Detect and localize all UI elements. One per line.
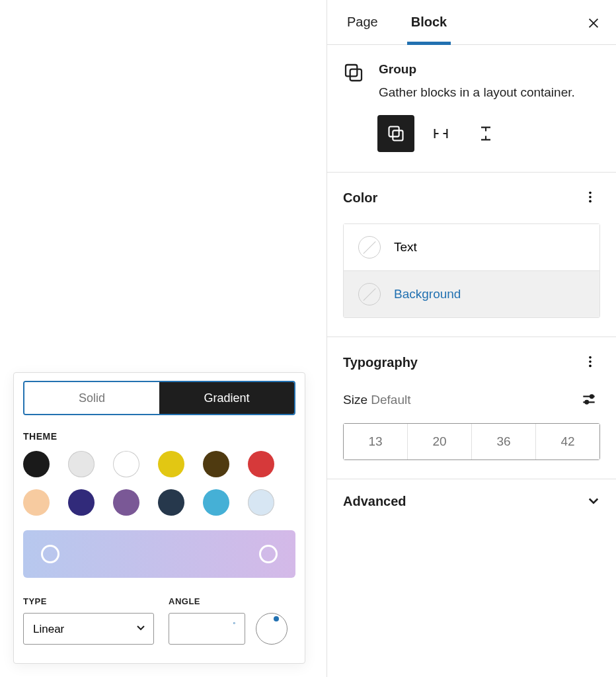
color-background-label: Background (394, 287, 461, 301)
tab-block[interactable]: Block (407, 0, 451, 45)
svg-rect-1 (350, 69, 362, 81)
color-background-button[interactable]: Background (344, 270, 599, 317)
gradient-stop-end[interactable] (259, 545, 278, 563)
kebab-icon (583, 190, 597, 204)
size-custom-toggle[interactable] (578, 388, 600, 413)
theme-swatch[interactable] (248, 489, 274, 516)
theme-label: THEME (23, 431, 295, 442)
theme-swatch[interactable] (23, 451, 50, 477)
empty-swatch-icon (358, 236, 381, 259)
gradient-stop-start[interactable] (41, 545, 59, 563)
group-block-icon (343, 62, 367, 102)
block-description: Gather blocks in a layout container. (379, 83, 575, 102)
gradient-bar[interactable] (23, 530, 295, 578)
theme-swatch[interactable] (68, 451, 95, 477)
svg-point-5 (589, 196, 592, 198)
advanced-title: Advanced (343, 494, 406, 509)
font-size-presets: 13203642 (343, 423, 600, 460)
theme-swatch[interactable] (158, 451, 184, 477)
angle-label: ANGLE (169, 596, 288, 606)
color-text-label: Text (394, 240, 417, 255)
size-label: Size (343, 393, 367, 407)
angle-input[interactable] (169, 614, 245, 644)
variation-row[interactable] (422, 115, 459, 152)
angle-dial-handle (274, 616, 279, 621)
svg-rect-0 (346, 65, 357, 76)
font-size-preset[interactable]: 20 (407, 424, 471, 459)
theme-swatch[interactable] (23, 489, 50, 516)
font-size-preset[interactable]: 42 (535, 424, 599, 459)
empty-swatch-icon (358, 283, 381, 305)
svg-point-4 (589, 191, 592, 194)
svg-point-7 (589, 356, 592, 358)
color-text-button[interactable]: Text (344, 224, 599, 270)
color-panel-title: Color (343, 190, 377, 206)
svg-point-10 (590, 395, 594, 398)
variation-group[interactable] (377, 115, 414, 152)
kebab-icon (583, 354, 597, 369)
angle-input-wrap (169, 613, 245, 645)
angle-dial[interactable] (256, 613, 288, 645)
typography-panel-title: Typography (343, 355, 418, 370)
sliders-icon (580, 391, 597, 408)
variation-stack[interactable] (467, 115, 504, 152)
size-value: Default (371, 393, 410, 407)
theme-swatch[interactable] (158, 489, 184, 516)
svg-rect-3 (393, 130, 403, 140)
row-icon (432, 124, 450, 143)
solid-toggle[interactable]: Solid (24, 382, 159, 414)
color-panel-menu-button[interactable] (580, 187, 600, 209)
theme-swatch[interactable] (113, 489, 139, 516)
theme-swatch[interactable] (203, 451, 229, 477)
stack-icon (477, 124, 495, 143)
close-sidebar-button[interactable] (584, 15, 603, 33)
type-label: TYPE (23, 596, 154, 606)
font-size-preset[interactable]: 13 (344, 424, 407, 459)
svg-point-11 (585, 400, 588, 403)
settings-sidebar: Page Block Group Gather blocks in a layo… (327, 0, 616, 677)
color-picker-popover: Solid Gradient THEME TYPE Linear (13, 372, 305, 664)
advanced-panel-toggle[interactable]: Advanced (327, 479, 616, 524)
gradient-type-select[interactable]: Linear (23, 613, 154, 645)
close-icon (586, 16, 601, 30)
font-size-preset[interactable]: 36 (471, 424, 535, 459)
svg-point-6 (589, 200, 592, 202)
color-mode-toggle: Solid Gradient (23, 381, 295, 415)
theme-swatch[interactable] (203, 489, 229, 516)
theme-swatch[interactable] (113, 451, 139, 477)
chevron-down-icon (587, 494, 600, 510)
gradient-toggle[interactable]: Gradient (159, 382, 294, 414)
svg-rect-2 (389, 126, 399, 136)
svg-point-8 (589, 360, 592, 363)
theme-swatch[interactable] (248, 451, 274, 477)
svg-point-9 (589, 364, 592, 367)
tab-page[interactable]: Page (343, 0, 382, 45)
block-title: Group (379, 62, 575, 77)
group-icon (387, 124, 405, 143)
theme-swatches (23, 451, 295, 516)
theme-swatch[interactable] (68, 489, 95, 516)
typography-panel-menu-button[interactable] (580, 352, 600, 374)
